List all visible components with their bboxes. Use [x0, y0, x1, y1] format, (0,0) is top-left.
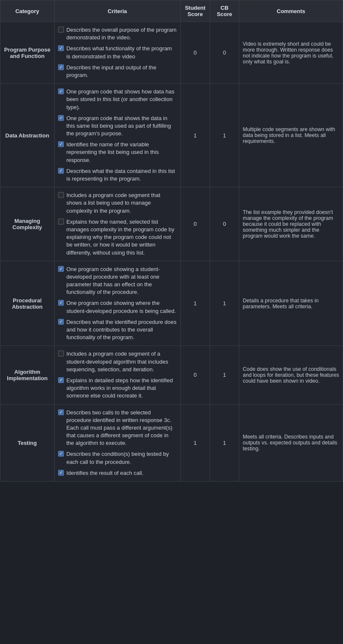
criteria-text: Describes the input and output of the pr…	[66, 64, 177, 79]
unchecked-checkbox	[58, 351, 64, 356]
criteria-item: ✓Identifies the name of the variable rep…	[58, 141, 177, 164]
checked-checkbox: ✓	[58, 319, 64, 325]
category-cell: Procedural Abstraction	[0, 261, 55, 346]
criteria-item: Includes a program code segment of a stu…	[58, 350, 177, 373]
unchecked-checkbox	[58, 219, 64, 225]
criteria-item: Includes a program code segment that sho…	[58, 192, 177, 215]
criteria-text: One program code that shows the data in …	[66, 115, 177, 138]
student-score-cell: 0	[180, 346, 210, 404]
criteria-cell: Includes a program code segment that sho…	[54, 187, 180, 261]
checked-checkbox: ✓	[58, 470, 64, 476]
checked-checkbox: ✓	[58, 409, 64, 415]
comments-cell: Multiple code segments are shown with da…	[239, 84, 343, 187]
criteria-text: Describes the overall purpose of the pro…	[66, 26, 177, 41]
criteria-text: Describes two calls to the selected proc…	[66, 409, 177, 447]
criteria-text: Identifies the result of each call.	[66, 469, 144, 477]
category-cell: Algorithm Implementation	[0, 346, 55, 404]
criteria-item: ✓One program code that shows how data ha…	[58, 88, 177, 111]
cb-score-cell: 1	[210, 346, 239, 404]
header-comments: Comments	[239, 0, 343, 22]
criteria-cell: Includes a program code segment of a stu…	[54, 346, 180, 404]
header-criteria: Criteria	[54, 0, 180, 22]
student-score-cell: 1	[180, 404, 210, 482]
criteria-text: One program code showing where the stude…	[66, 299, 177, 315]
criteria-cell: ✓Describes two calls to the selected pro…	[54, 404, 180, 482]
header-cb-score: CB Score	[210, 0, 239, 22]
comments-cell: The list example they provided doesn't m…	[239, 187, 343, 261]
category-cell: Testing	[0, 404, 55, 482]
criteria-item: ✓Describes two calls to the selected pro…	[58, 409, 177, 447]
criteria-item: ✓One program code showing where the stud…	[58, 299, 177, 315]
unchecked-checkbox	[58, 192, 64, 198]
criteria-item: ✓One program code that shows the data in…	[58, 115, 177, 138]
checked-checkbox: ✓	[58, 115, 64, 121]
criteria-text: Describes what the identified procedure …	[66, 318, 177, 342]
criteria-cell: Describes the overall purpose of the pro…	[54, 22, 180, 84]
checked-checkbox: ✓	[58, 451, 64, 457]
criteria-item: Describes the overall purpose of the pro…	[58, 26, 177, 41]
criteria-text: Includes a program code segment that sho…	[66, 192, 177, 215]
checked-checkbox: ✓	[58, 300, 64, 306]
student-score-cell: 0	[180, 22, 210, 84]
criteria-text: Describes what functionality of the prog…	[66, 45, 177, 60]
unchecked-checkbox	[58, 27, 64, 33]
comments-cell: Meets all criteria. Describes inputs and…	[239, 404, 343, 482]
category-cell: Program Purpose and Function	[0, 22, 55, 84]
checked-checkbox: ✓	[58, 88, 64, 94]
criteria-text: One program code that shows how data has…	[66, 88, 177, 111]
criteria-cell: ✓One program code that shows how data ha…	[54, 84, 180, 187]
criteria-item: ✓Describes the input and output of the p…	[58, 64, 177, 79]
category-cell: Data Abstraction	[0, 84, 55, 187]
criteria-text: Explains how the named, selected list ma…	[66, 218, 177, 257]
cb-score-cell: 0	[210, 22, 239, 84]
checked-checkbox: ✓	[58, 141, 64, 147]
checked-checkbox: ✓	[58, 266, 64, 272]
comments-cell: Video is extremely short and could be mo…	[239, 22, 343, 84]
criteria-item: ✓Describes what the data contained in th…	[58, 167, 177, 183]
student-score-cell: 1	[180, 261, 210, 346]
criteria-item: ✓Describes what functionality of the pro…	[58, 45, 177, 60]
student-score-cell: 1	[180, 84, 210, 187]
criteria-item: ✓One program code showing a student-deve…	[58, 266, 177, 296]
cb-score-cell: 1	[210, 404, 239, 482]
checked-checkbox: ✓	[58, 64, 64, 70]
criteria-text: Describes what the data contained in thi…	[66, 167, 177, 183]
criteria-text: Explains in detailed steps how the ident…	[66, 377, 177, 400]
cb-score-cell: 1	[210, 261, 239, 346]
criteria-item: ✓Explains in detailed steps how the iden…	[58, 377, 177, 400]
category-cell: Managing Complexity	[0, 187, 55, 261]
student-score-cell: 0	[180, 187, 210, 261]
criteria-item: ✓Describes the condition(s) being tested…	[58, 450, 177, 466]
checked-checkbox: ✓	[58, 168, 64, 174]
checked-checkbox: ✓	[58, 45, 64, 51]
criteria-item: Explains how the named, selected list ma…	[58, 218, 177, 257]
criteria-item: ✓Identifies the result of each call.	[58, 469, 177, 477]
criteria-text: One program code showing a student-devel…	[66, 266, 177, 296]
header-category: Category	[0, 0, 55, 22]
criteria-cell: ✓One program code showing a student-deve…	[54, 261, 180, 346]
criteria-item: ✓Describes what the identified procedure…	[58, 318, 177, 342]
criteria-text: Describes the condition(s) being tested …	[66, 450, 177, 466]
checked-checkbox: ✓	[58, 377, 64, 383]
cb-score-cell: 0	[210, 187, 239, 261]
cb-score-cell: 1	[210, 84, 239, 187]
header-student-score: Student Score	[180, 0, 210, 22]
criteria-text: Includes a program code segment of a stu…	[66, 350, 177, 373]
criteria-text: Identifies the name of the variable repr…	[66, 141, 177, 164]
comments-cell: Code does show the use of conditionals a…	[239, 346, 343, 404]
comments-cell: Details a procedure that takes in parame…	[239, 261, 343, 346]
